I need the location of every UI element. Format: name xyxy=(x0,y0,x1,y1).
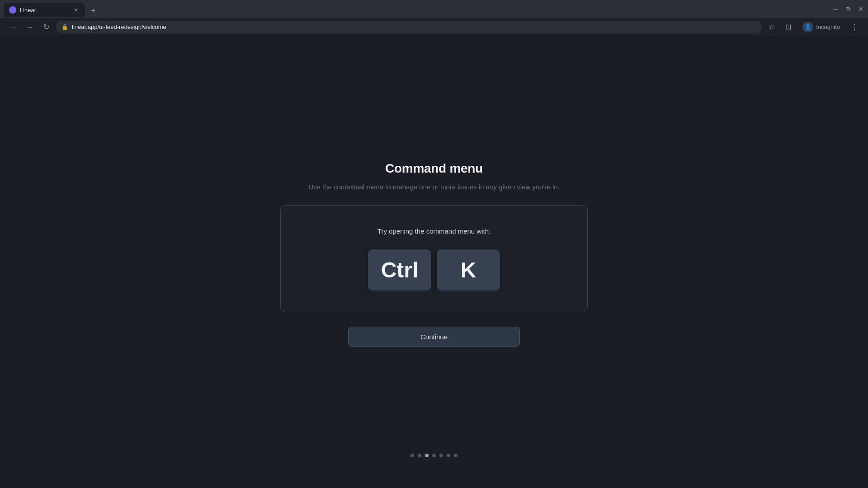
pagination-dots xyxy=(410,454,458,457)
main-container: Command menu Use the contextual menu to … xyxy=(0,161,868,347)
page-content: Command menu Use the contextual menu to … xyxy=(0,36,868,472)
continue-button[interactable]: Continue xyxy=(348,327,520,347)
dot-3-active xyxy=(425,454,429,457)
reload-button[interactable]: ↻ xyxy=(40,21,52,33)
k-key: K xyxy=(437,249,500,290)
dot-6 xyxy=(447,454,450,457)
active-tab[interactable]: Linear ✕ xyxy=(4,3,85,17)
window-controls: ─ ⧉ ✕ xyxy=(832,5,864,13)
tab-bar: Linear ✕ + xyxy=(4,1,830,17)
forward-button[interactable]: → xyxy=(24,21,36,33)
dot-5 xyxy=(439,454,443,457)
dot-1 xyxy=(410,454,414,457)
ctrl-key: Ctrl xyxy=(368,249,431,290)
incognito-button[interactable]: 👤 Incognito xyxy=(798,20,844,34)
tab-title: Linear xyxy=(20,7,69,14)
lock-icon: 🔒 xyxy=(61,24,68,30)
menu-button[interactable]: ⋮ xyxy=(848,21,861,33)
demo-instruction: Try opening the command menu with: xyxy=(377,227,491,235)
dot-4 xyxy=(432,454,436,457)
new-tab-button[interactable]: + xyxy=(87,5,99,17)
dot-7 xyxy=(454,454,458,457)
tab-favicon xyxy=(9,6,16,14)
dot-2 xyxy=(418,454,421,457)
demo-card: Try opening the command menu with: Ctrl … xyxy=(280,205,588,312)
tab-close-button[interactable]: ✕ xyxy=(72,6,80,14)
title-bar: Linear ✕ + ─ ⧉ ✕ xyxy=(0,0,868,18)
bookmark-button[interactable]: ☆ xyxy=(765,21,778,33)
back-button[interactable]: ← xyxy=(7,21,20,33)
heading-section: Command menu Use the contextual menu to … xyxy=(308,161,560,191)
maximize-button[interactable]: ⧉ xyxy=(844,5,852,13)
incognito-label: Incognito xyxy=(816,23,840,30)
address-bar[interactable]: 🔒 linear.app/ui-feed-redesign/welcome xyxy=(56,21,762,33)
split-screen-button[interactable]: ⊡ xyxy=(782,21,794,33)
key-combo: Ctrl K xyxy=(368,249,500,290)
minimize-button[interactable]: ─ xyxy=(832,5,839,13)
nav-bar: ← → ↻ 🔒 linear.app/ui-feed-redesign/welc… xyxy=(0,18,868,36)
browser-chrome: Linear ✕ + ─ ⧉ ✕ ← → ↻ 🔒 linear.app/ui-f… xyxy=(0,0,868,36)
url-text: linear.app/ui-feed-redesign/welcome xyxy=(72,23,756,30)
close-button[interactable]: ✕ xyxy=(857,5,864,13)
page-subtitle: Use the contextual menu to manage one or… xyxy=(308,183,560,191)
nav-right-controls: ☆ ⊡ 👤 Incognito ⋮ xyxy=(765,20,861,34)
page-title: Command menu xyxy=(385,161,483,176)
incognito-icon: 👤 xyxy=(802,22,813,33)
